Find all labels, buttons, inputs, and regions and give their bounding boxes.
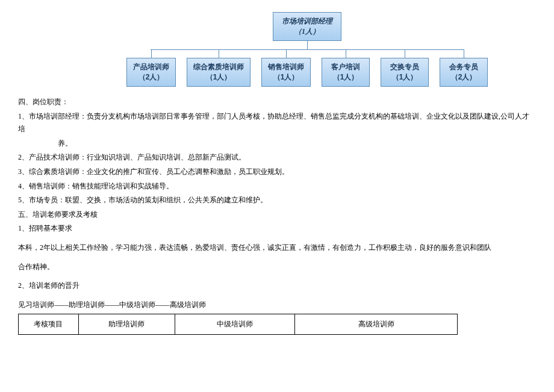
org-box-customer: 客户培训 （1人） <box>322 58 370 87</box>
section5-title: 五、培训老师要求及考核 <box>18 208 536 222</box>
assessment-table: 考核项目 助理培训师 中级培训师 高级培训师 <box>18 314 458 335</box>
requirement-line1: 本科，2年以上相关工作经验，学习能力强，表达流畅，热爱培训、责任心强，诚实正直，… <box>18 241 536 255</box>
org-chart: 市场培训部经理 （1人） 产品培训师 （2人） 综合素质培训师 （1人） 销售培… <box>78 12 536 87</box>
duty-1-cont: 养。 <box>18 137 536 151</box>
duty-1: 1、市场培训部经理：负责分支机构市场培训部日常事务管理，部门人员考核，协助总经理… <box>18 110 536 136</box>
org-box-product: 产品培训师 （2人） <box>126 58 176 87</box>
org-top-count: （1人） <box>282 26 332 37</box>
duty-3: 3、综合素质培训师：企业文化的推广和宣传、员工心态调整和激励，员工职业规划。 <box>18 166 536 179</box>
section4-title: 四、岗位职责： <box>18 96 536 109</box>
table-header-row: 考核项目 助理培训师 中级培训师 高级培训师 <box>19 314 458 335</box>
requirement-block: 本科，2年以上相关工作经验，学习能力强，表达流畅，热爱培训、责任心强，诚实正直，… <box>18 241 536 255</box>
th-middle: 中级培训师 <box>175 314 295 335</box>
duty-4: 4、销售培训师：销售技能理论培训和实战辅导。 <box>18 180 536 193</box>
sub1-title: 1、招聘基本要求 <box>18 222 536 235</box>
org-box-sales: 销售培训师 （1人） <box>261 58 311 87</box>
org-box-quality: 综合素质培训师 （1人） <box>187 58 251 87</box>
th-assistant: 助理培训师 <box>78 314 175 335</box>
duty-2: 2、产品技术培训师：行业知识培训、产品知识培训、总部新产品测试。 <box>18 151 536 164</box>
requirement-line2: 合作精神。 <box>18 261 536 274</box>
connector <box>307 41 308 49</box>
th-item: 考核项目 <box>19 314 79 335</box>
promotion-path: 见习培训师――助理培训师――中级培训师――高级培训师 <box>18 299 536 312</box>
org-box-exchange: 交换专员 （1人） <box>381 58 429 87</box>
connector-horizontal <box>126 49 488 58</box>
org-box-conference: 会务专员 （2人） <box>440 58 488 87</box>
org-top-title: 市场培训部经理 <box>282 16 332 26</box>
org-top-box: 市场培训部经理 （1人） <box>273 12 341 41</box>
th-senior: 高级培训师 <box>295 314 458 335</box>
duty-5: 5、市场专员：联盟、交换，市场活动的策划和组织，公共关系的建立和维护。 <box>18 194 536 207</box>
sub2-title: 2、培训老师的晋升 <box>18 279 536 293</box>
org-children-row: 产品培训师 （2人） 综合素质培训师 （1人） 销售培训师 （1人） 客户培训 … <box>126 58 488 87</box>
